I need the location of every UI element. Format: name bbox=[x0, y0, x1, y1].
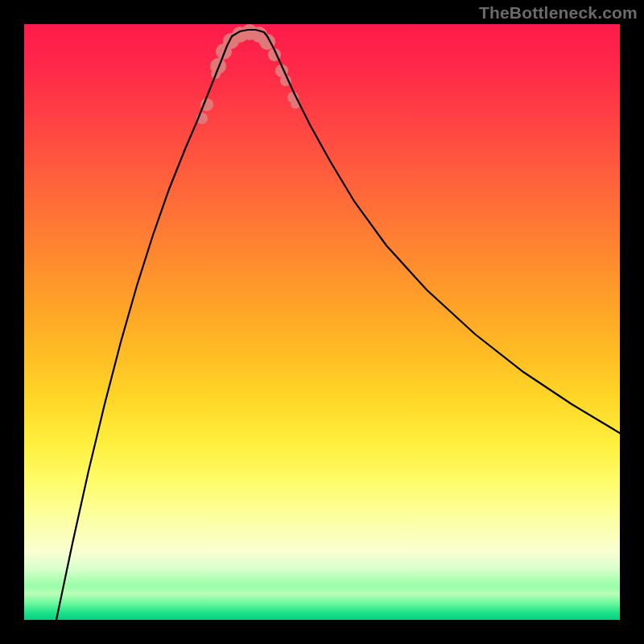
plot-area bbox=[24, 24, 620, 620]
chart-frame: TheBottleneck.com bbox=[0, 0, 644, 644]
curve-right bbox=[267, 36, 620, 433]
valley-dot bbox=[210, 58, 226, 74]
curve-layer bbox=[24, 24, 620, 620]
watermark-text: TheBottleneck.com bbox=[479, 3, 638, 23]
curve-left bbox=[56, 36, 232, 620]
